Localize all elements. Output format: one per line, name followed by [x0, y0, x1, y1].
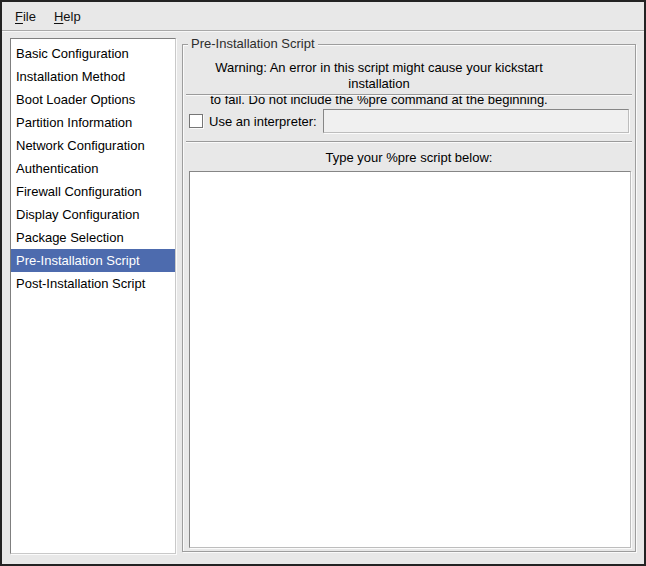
warning-text: Warning: An error in this script might c…	[188, 60, 570, 108]
interpreter-input[interactable]	[323, 109, 629, 133]
menu-help[interactable]: Help	[45, 5, 90, 28]
list-item-installation-method[interactable]: Installation Method	[11, 65, 175, 88]
warning-line-1: Warning: An error in this script might c…	[215, 60, 543, 91]
separator	[186, 141, 632, 143]
list-item-display-configuration[interactable]: Display Configuration	[11, 203, 175, 226]
separator	[186, 94, 632, 96]
menu-file[interactable]: File	[6, 5, 45, 28]
menu-file-label: ile	[23, 9, 36, 24]
pre-installation-script-frame: Pre-Installation Script Warning: An erro…	[182, 44, 636, 552]
list-item-basic-configuration[interactable]: Basic Configuration	[11, 42, 175, 65]
list-item-firewall-configuration[interactable]: Firewall Configuration	[11, 180, 175, 203]
use-interpreter-checkbox[interactable]	[189, 114, 203, 128]
list-item-pre-installation-script[interactable]: Pre-Installation Script	[11, 249, 175, 272]
list-item-package-selection[interactable]: Package Selection	[11, 226, 175, 249]
menu-help-mnemonic: H	[54, 9, 63, 24]
script-area-label: Type your %pre script below:	[183, 150, 635, 165]
menu-bar: File Help	[2, 2, 644, 31]
pre-script-textarea[interactable]	[189, 171, 631, 548]
list-item-partition-information[interactable]: Partition Information	[11, 111, 175, 134]
menu-help-label: elp	[63, 9, 80, 24]
kickstart-configurator-window: File Help Basic Configuration Installati…	[0, 0, 646, 566]
list-item-post-installation-script[interactable]: Post-Installation Script	[11, 272, 175, 295]
list-item-boot-loader-options[interactable]: Boot Loader Options	[11, 88, 175, 111]
section-list: Basic Configuration Installation Method …	[10, 38, 176, 554]
list-item-authentication[interactable]: Authentication	[11, 157, 175, 180]
interpreter-row: Use an interpreter:	[189, 107, 629, 135]
menu-file-mnemonic: F	[15, 9, 23, 24]
list-item-network-configuration[interactable]: Network Configuration	[11, 134, 175, 157]
frame-title: Pre-Installation Script	[188, 36, 318, 51]
use-interpreter-label: Use an interpreter:	[209, 114, 317, 129]
